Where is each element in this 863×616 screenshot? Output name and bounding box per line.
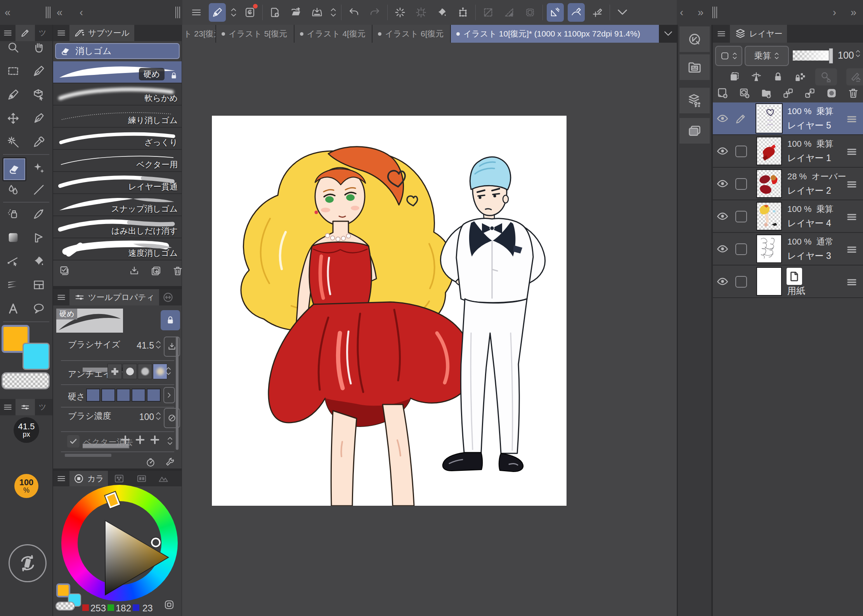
snap-to-ruler-button[interactable]: [547, 3, 564, 22]
sv-triangle[interactable]: [100, 516, 174, 599]
layer-name[interactable]: レイヤー 2: [787, 185, 831, 197]
redo-button[interactable]: [366, 3, 383, 22]
antialias-middle-option[interactable]: [138, 364, 152, 379]
marquee-select-tool[interactable]: [4, 62, 22, 80]
vector-erase-checkbox[interactable]: [67, 435, 80, 448]
subtool-item[interactable]: 軟らかめ: [53, 83, 182, 106]
new-file-button[interactable]: [267, 3, 284, 22]
snap-to-special-ruler-button[interactable]: [568, 3, 585, 22]
layer-thumbnail[interactable]: [756, 104, 782, 133]
layer-thumbnail[interactable]: [756, 169, 782, 198]
deselect-button[interactable]: [480, 3, 497, 22]
layer-thumbnail[interactable]: [756, 234, 782, 263]
frame-border-tool[interactable]: [30, 276, 48, 294]
enable-mask-button[interactable]: [815, 68, 837, 85]
blend-mode-dropdown[interactable]: 乗算: [745, 46, 789, 66]
approx-color-tab[interactable]: [153, 471, 174, 486]
subtool-item[interactable]: レイヤー貫通: [53, 172, 182, 194]
current-tool-button[interactable]: [209, 3, 226, 22]
layer-checkbox[interactable]: [735, 178, 747, 190]
layer-row[interactable]: 28 % オーバーレイ レイヤー 2: [713, 168, 863, 200]
panel-menu-button[interactable]: [0, 28, 16, 38]
layer-drag-handle[interactable]: [846, 113, 858, 125]
canvas-page[interactable]: [212, 116, 567, 506]
background-color-swatch[interactable]: [23, 343, 50, 370]
layer-opacity-stepper[interactable]: [855, 48, 861, 59]
opacity-slider-knob[interactable]: [829, 48, 833, 64]
brush-size-indicator[interactable]: 41.5px: [14, 417, 39, 443]
brush-opacity-indicator[interactable]: 100%: [14, 474, 38, 498]
hand-tool[interactable]: [30, 38, 48, 56]
speedline-tool[interactable]: [4, 276, 22, 294]
layer-checkbox[interactable]: [735, 211, 747, 222]
lock-layer-button[interactable]: [772, 71, 784, 83]
hardness-option-3[interactable]: [116, 389, 130, 402]
panel-menu-button[interactable]: [53, 28, 69, 38]
collapse-right-panel-button[interactable]: »: [851, 0, 856, 25]
lock-transparent-pixels-button[interactable]: [794, 71, 806, 83]
marker-tool[interactable]: [4, 86, 22, 104]
layer-name[interactable]: レイヤー 5: [787, 120, 831, 132]
eraser-tool[interactable]: [2, 157, 26, 181]
collapse-command-bar-chevron[interactable]: [614, 3, 631, 22]
layer-thumbnail[interactable]: [756, 267, 782, 296]
collapse-subtool-button[interactable]: «: [57, 0, 62, 25]
text-tool[interactable]: [4, 300, 22, 318]
layer-property-button[interactable]: [679, 88, 710, 113]
panel-menu-button[interactable]: [0, 402, 16, 412]
tool-property-tab[interactable]: ツールプロパティ: [69, 289, 159, 305]
antialias-weak-option[interactable]: [123, 364, 137, 379]
subtool-item[interactable]: スナップ消しゴム: [53, 194, 182, 216]
document-tab[interactable]: イラスト 4[復元: [295, 25, 372, 43]
tab-overflow-label[interactable]: ツ: [39, 28, 46, 38]
blend-tool[interactable]: [4, 181, 22, 199]
save-button[interactable]: [308, 3, 326, 22]
subtool-item[interactable]: ベクター用: [53, 150, 182, 172]
transfer-to-lower-button[interactable]: [782, 87, 794, 99]
subtool-item[interactable]: 速度消しゴム: [53, 238, 182, 260]
layer-row[interactable]: 100 % 乗算 レイヤー 1: [713, 135, 863, 168]
sv-selector[interactable]: [151, 538, 161, 547]
tab-list-chevron[interactable]: [660, 25, 677, 43]
layer-opacity-value[interactable]: 100: [838, 50, 854, 61]
new-folder-button[interactable]: [760, 87, 773, 99]
layer-palette-combo[interactable]: [715, 46, 742, 66]
fill-button[interactable]: [433, 3, 451, 22]
sync-settings-icon[interactable]: [162, 292, 174, 303]
color-set-tab[interactable]: [108, 471, 130, 486]
flip-canvas-button[interactable]: [9, 544, 47, 582]
layer-thumbnail[interactable]: [756, 137, 782, 165]
layer-drag-handle[interactable]: [846, 179, 858, 190]
document-tab-active[interactable]: イラスト 10[復元]* (1000 x 1100px 72dpi 91.4%): [451, 25, 659, 43]
quick-access-button[interactable]: [679, 26, 710, 52]
brush-hud-tab[interactable]: [16, 399, 35, 415]
panel-drag-handle-icon[interactable]: [46, 7, 50, 18]
gradient-tool[interactable]: [4, 229, 22, 246]
merge-down-button[interactable]: [804, 87, 816, 99]
open-file-button[interactable]: [288, 3, 305, 22]
undo-button[interactable]: [345, 3, 362, 22]
next-panel-button[interactable]: ›: [833, 0, 836, 25]
eye-icon[interactable]: [716, 177, 729, 190]
vector-erase-touched-option[interactable]: [120, 434, 131, 445]
eye-icon[interactable]: [716, 210, 729, 223]
object-operation-tool[interactable]: [30, 86, 48, 104]
main-menu-button[interactable]: [188, 3, 205, 22]
zoom-tool[interactable]: [4, 38, 22, 56]
clip-to-layer-below-button[interactable]: [728, 71, 741, 83]
eye-icon[interactable]: [716, 112, 729, 125]
subtool-item[interactable]: はみ出しだけ消す: [53, 216, 182, 238]
layer-row-selected[interactable]: 100 % 乗算 レイヤー 5: [713, 102, 863, 135]
document-tab[interactable]: イラスト 5[復元: [216, 25, 294, 43]
layer-name[interactable]: 用紙: [787, 285, 805, 297]
hardness-option-2[interactable]: [101, 389, 115, 402]
brush-preview[interactable]: 硬め: [56, 309, 123, 333]
decoration-tool[interactable]: [30, 159, 48, 177]
stroke-speed-button[interactable]: [145, 457, 156, 468]
subtool-item-selected[interactable]: 硬め: [53, 61, 182, 83]
brush-size-stepper[interactable]: [155, 339, 162, 351]
auto-select-wand-tool[interactable]: [4, 133, 22, 151]
show-all-subtools-button[interactable]: [59, 265, 70, 277]
panel-menu-button[interactable]: [53, 292, 69, 302]
layer-name[interactable]: レイヤー 1: [787, 152, 831, 164]
